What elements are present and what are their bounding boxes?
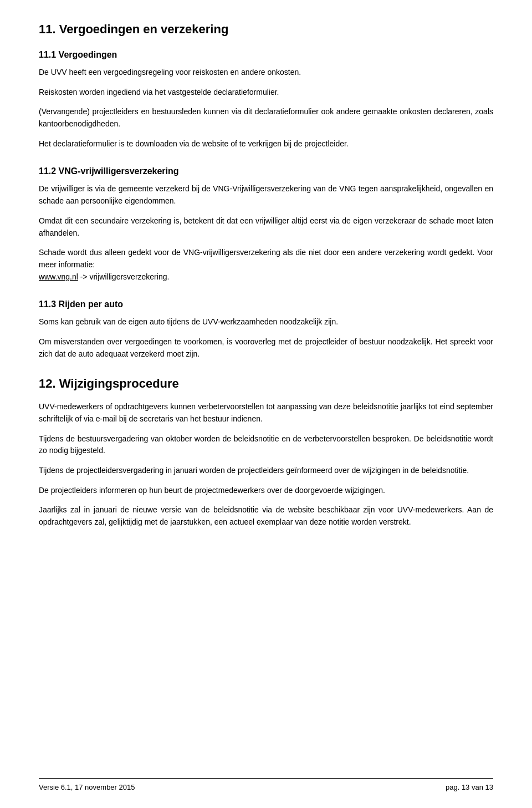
paragraph-12-1: UVV-medewerkers of opdrachtgevers kunnen… — [39, 401, 493, 425]
footer-page: pag. 13 van 13 — [446, 783, 493, 791]
paragraph-11-2-2: Omdat dit een secundaire verzekering is,… — [39, 215, 493, 239]
paragraph-11-3-1: Soms kan gebruik van de eigen auto tijde… — [39, 316, 493, 328]
footer: Versie 6.1, 17 november 2015 pag. 13 van… — [39, 778, 493, 791]
paragraph-12-4: De projectleiders informeren op hun beur… — [39, 485, 493, 497]
paragraph-12-3: Tijdens de projectleidersvergadering in … — [39, 465, 493, 477]
paragraph-12-2: Tijdens de bestuursvergadering van oktob… — [39, 433, 493, 457]
subsection-11-3-title: 11.3 Rijden per auto — [39, 299, 493, 309]
page: 11. Vergoedingen en verzekering 11.1 Ver… — [0, 0, 532, 808]
paragraph-11-2-1: De vrijwilliger is via de gemeente verze… — [39, 183, 493, 207]
paragraph-11-1-3: (Vervangende) projectleiders en bestuurs… — [39, 106, 493, 130]
paragraph-11-3-2: Om misverstanden over vergoedingen te vo… — [39, 336, 493, 360]
footer-version: Versie 6.1, 17 november 2015 — [39, 783, 135, 791]
paragraph-12-5: Jaarlijks zal in januari de nieuwe versi… — [39, 504, 493, 528]
paragraph-11-2-3: Schade wordt dus alleen gedekt voor de V… — [39, 247, 493, 283]
vng-link[interactable]: www.vng.nl — [39, 272, 78, 281]
subsection-11-2-title: 11.2 VNG-vrijwilligersverzekering — [39, 166, 493, 176]
section-12-title: 12. Wijzigingsprocedure — [39, 377, 493, 391]
section-11-title: 11. Vergoedingen en verzekering — [39, 22, 493, 37]
paragraph-11-1-4: Het declaratieformulier is te downloaden… — [39, 138, 493, 150]
paragraph-11-2-3-text: Schade wordt dus alleen gedekt voor de V… — [39, 248, 493, 269]
subsection-11-1-title: 11.1 Vergoedingen — [39, 50, 493, 60]
paragraph-11-2-link-suffix: -> vrijwilligersverzekering. — [78, 272, 170, 281]
paragraph-11-1-1: De UVV heeft een vergoedingsregeling voo… — [39, 67, 493, 79]
paragraph-11-1-2: Reiskosten worden ingediend via het vast… — [39, 87, 493, 99]
